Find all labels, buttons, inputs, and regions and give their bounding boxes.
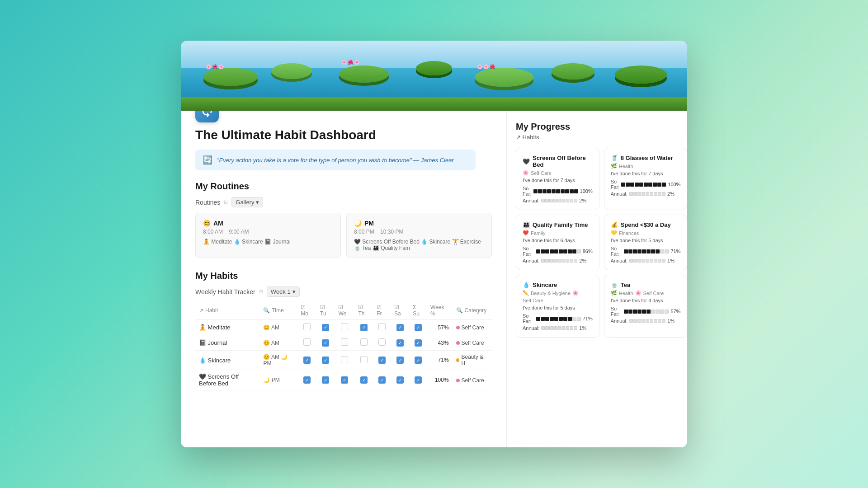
quote-box: 🔄 "Every action you take is a vote for t…: [195, 150, 476, 170]
checkbox-unchecked[interactable]: [341, 338, 348, 346]
routines-header: Routines ⊞ Gallery ▾: [195, 197, 492, 207]
col-th: ☑ Th: [354, 301, 373, 320]
checkbox-checked[interactable]: [396, 339, 404, 347]
checkbox-unchecked[interactable]: [360, 356, 368, 363]
checkbox-checked[interactable]: [341, 376, 348, 384]
checkbox-checked[interactable]: [378, 376, 386, 384]
annual-sq-empty: [566, 326, 569, 330]
checkbox-checked[interactable]: [322, 339, 329, 347]
day-cell[interactable]: [354, 320, 373, 335]
progress-card[interactable]: 🖤 Screens Off Before Bed 🌸 Self Care I'v…: [516, 148, 599, 210]
bar-square-filled: [624, 249, 628, 253]
day-cell[interactable]: [297, 320, 316, 335]
habits-link[interactable]: ↗ Habits: [516, 134, 678, 141]
annual-sq-empty: [566, 199, 569, 202]
category2-icon: 🌸: [572, 290, 579, 296]
bar-square-filled: [563, 317, 567, 321]
divider-1: ⊞: [224, 199, 228, 205]
checkbox-checked[interactable]: [360, 324, 368, 331]
day-cell[interactable]: [316, 320, 335, 335]
bar-square-filled: [545, 249, 549, 253]
day-cell[interactable]: [354, 370, 373, 390]
checkbox-checked[interactable]: [322, 357, 329, 364]
day-cell[interactable]: [409, 370, 427, 390]
habit-emoji: 💧: [199, 357, 206, 364]
annual-label: Annual:: [523, 198, 539, 203]
bar-square-filled: [556, 189, 560, 193]
day-cell[interactable]: [354, 335, 373, 351]
routine-card-am[interactable]: 😊 AM 8:00 AM – 9:00 AM 🧘 Meditate 💧 Skin…: [195, 213, 341, 258]
col-fr: ☑ Fr: [373, 301, 391, 320]
annual-label: Annual:: [523, 258, 539, 263]
annual-sq-empty: [658, 259, 661, 263]
checkbox-checked[interactable]: [415, 357, 422, 364]
day-cell[interactable]: [391, 335, 409, 351]
day-cell[interactable]: [391, 320, 409, 335]
so-far-squares: [624, 249, 669, 253]
day-cell[interactable]: [297, 351, 316, 370]
progress-card[interactable]: 🍵 Tea 🌿 Health 🌸 Self Care I've done thi…: [604, 275, 687, 338]
checkbox-checked[interactable]: [415, 324, 422, 331]
day-cell[interactable]: [354, 351, 373, 370]
table-row: 🖤 Screens Off Before Bed 🌙 PM 100% Self …: [195, 370, 492, 390]
progress-card[interactable]: 🥤 8 Glasses of Water 🌿 Health I've done …: [604, 148, 687, 210]
day-cell[interactable]: [316, 351, 335, 370]
day-cell[interactable]: [316, 335, 335, 351]
flowers-3: 🌸🌸🌺: [477, 64, 496, 69]
checkbox-unchecked[interactable]: [303, 338, 311, 346]
progress-card[interactable]: 💧 Skincare ✏️ Beauty & Hygiene 🌸 Self Ca…: [516, 275, 599, 338]
checkbox-checked[interactable]: [322, 324, 329, 331]
checkbox-checked[interactable]: [415, 376, 422, 384]
routine-card-pm[interactable]: 🌙 PM 8:00 PM – 10:30 PM 🖤 Screens Off Be…: [346, 213, 492, 258]
day-cell[interactable]: [297, 335, 316, 351]
annual-sq-empty: [545, 199, 549, 202]
checkbox-unchecked[interactable]: [378, 323, 386, 330]
habit-name-cell: 🖤 Screens Off Before Bed: [195, 370, 259, 390]
day-cell[interactable]: [335, 370, 354, 390]
annual-sq-empty: [549, 259, 553, 263]
bar-square-filled: [626, 183, 630, 187]
checkbox-unchecked[interactable]: [341, 323, 348, 330]
checkbox-checked[interactable]: [415, 339, 422, 347]
checkbox-checked[interactable]: [360, 376, 368, 384]
day-cell[interactable]: [391, 370, 409, 390]
progress-card[interactable]: 👨‍👩‍👧 Quality Family Time ❤️ Family I've…: [516, 215, 599, 270]
bar-square-filled: [657, 183, 661, 187]
week-button[interactable]: Week 1 ▾: [267, 286, 300, 297]
habit-pct-cell: 57%: [427, 320, 453, 335]
gallery-button[interactable]: Gallery ▾: [231, 197, 263, 207]
day-cell[interactable]: [373, 370, 391, 390]
checkbox-checked[interactable]: [396, 324, 404, 331]
checkbox-checked[interactable]: [396, 376, 404, 384]
category-label: Self Care: [531, 170, 552, 176]
annual-sq-empty: [633, 192, 637, 196]
checkbox-checked[interactable]: [378, 357, 386, 364]
checkbox-checked[interactable]: [322, 376, 329, 384]
day-cell[interactable]: [409, 320, 427, 335]
bar-square-filled: [628, 249, 632, 253]
day-cell[interactable]: [373, 351, 391, 370]
category-tag: Self Care: [456, 340, 484, 346]
day-cell[interactable]: [409, 351, 427, 370]
day-cell[interactable]: [335, 335, 354, 351]
day-cell[interactable]: [316, 370, 335, 390]
day-cell[interactable]: [297, 370, 316, 390]
checkbox-unchecked[interactable]: [303, 323, 311, 330]
checkbox-unchecked[interactable]: [360, 338, 368, 346]
checkbox-unchecked[interactable]: [378, 338, 386, 346]
annual-sq-empty: [545, 326, 549, 330]
day-cell[interactable]: [373, 335, 391, 351]
checkbox-checked[interactable]: [303, 376, 311, 384]
day-cell[interactable]: [391, 351, 409, 370]
progress-card[interactable]: 💰 Spend <$30 a Day 💛 Finances I've done …: [604, 215, 687, 270]
checkbox-checked[interactable]: [303, 357, 311, 364]
day-cell[interactable]: [409, 335, 427, 351]
annual-sq-empty: [654, 319, 657, 323]
day-cell[interactable]: [335, 320, 354, 335]
checkbox-unchecked[interactable]: [341, 356, 348, 363]
checkbox-checked[interactable]: [396, 357, 404, 364]
island-1: [203, 68, 258, 86]
day-cell[interactable]: [373, 320, 391, 335]
day-cell[interactable]: [335, 351, 354, 370]
col-cat: 🔍 Category: [453, 301, 492, 320]
